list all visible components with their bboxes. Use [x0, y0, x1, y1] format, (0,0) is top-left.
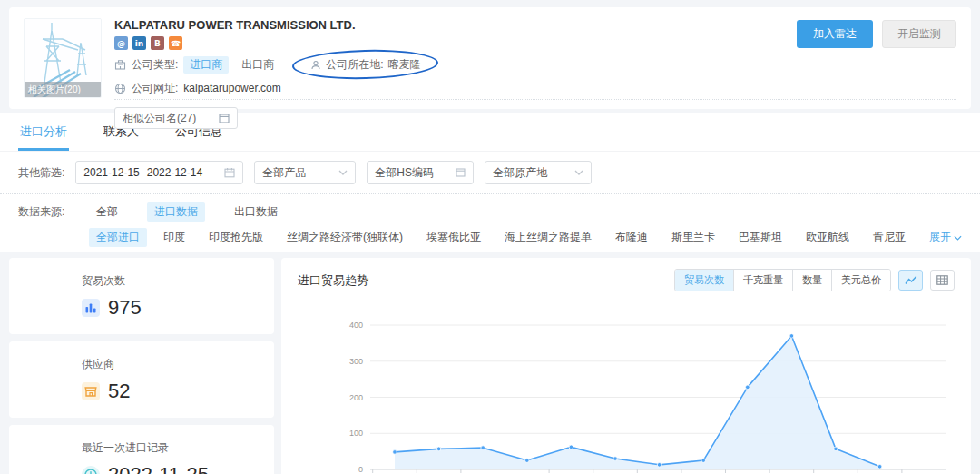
region-chips: 全部进口印度印度抢先版丝绸之路经济带(独联体)埃塞俄比亚海上丝绸之路提单布隆迪斯…: [89, 228, 929, 247]
origin-select[interactable]: 全部原产地: [485, 161, 592, 184]
company-type-label: 公司类型:: [132, 57, 178, 73]
svg-text:100: 100: [349, 429, 363, 438]
region-chip[interactable]: 斯里兰卡: [664, 228, 722, 247]
svg-text:400: 400: [349, 321, 363, 330]
bar-chart-icon: [82, 299, 100, 317]
date-start: 2021-12-15: [83, 166, 139, 179]
chevron-down-icon: [574, 170, 583, 175]
clock-icon: [82, 466, 100, 474]
metric-toggle[interactable]: 千克重量: [733, 270, 792, 291]
stat-card: 贸易次数975: [9, 258, 274, 334]
blog-icon[interactable]: B: [151, 36, 164, 50]
stat-label: 最近一次进口记录: [82, 440, 274, 456]
similar-companies-label: 相似公司名(27): [122, 111, 196, 126]
table-view-button[interactable]: [930, 270, 955, 291]
filters-row: 其他筛选: 2021-12-15 2022-12-14 全部产品 全部HS编码 …: [0, 152, 980, 192]
location-icon: [310, 59, 321, 70]
website-row: 公司网址: kalpatarupower.com: [114, 79, 956, 97]
data-source-option[interactable]: 全部: [89, 202, 125, 222]
window-icon: [456, 168, 466, 177]
data-source-label: 数据来源:: [18, 204, 89, 220]
date-end: 2022-12-14: [147, 166, 202, 179]
stat-value-row: 975: [82, 296, 274, 320]
product-select[interactable]: 全部产品: [254, 161, 356, 184]
shop-icon: [82, 382, 100, 400]
stat-value-row: 52: [82, 380, 274, 403]
similar-companies-select[interactable]: 相似公司名(27): [114, 107, 238, 129]
globe-icon: [114, 83, 126, 94]
svg-text:200: 200: [349, 393, 363, 402]
region-chip[interactable]: 埃塞俄比亚: [419, 228, 488, 247]
metric-toggle[interactable]: 数量: [792, 270, 831, 291]
region-chip[interactable]: 巴基斯坦: [731, 228, 789, 247]
stat-label: 贸易次数: [82, 273, 274, 289]
stat-value: 975: [108, 296, 142, 320]
trend-title: 进口贸易趋势: [298, 272, 368, 289]
tab[interactable]: 进口分析: [18, 113, 69, 151]
other-filter-label: 其他筛选:: [18, 165, 64, 181]
stat-card: 供应商52: [9, 341, 274, 418]
hs-code-value: 全部HS编码: [375, 165, 434, 181]
metric-toggle-group: 贸易次数千克重量数量美元总价: [674, 269, 891, 291]
region-chip[interactable]: 印度抢先版: [201, 228, 270, 247]
phone-icon[interactable]: ☎: [169, 36, 182, 50]
stat-value: 52: [108, 380, 130, 403]
building-icon: [114, 59, 126, 71]
metric-toggle[interactable]: 贸易次数: [675, 270, 733, 291]
data-source-row: 数据来源: 全部进口数据出口数据: [0, 194, 980, 222]
thumbnail-label: 相关图片(20): [24, 82, 101, 97]
company-thumbnail[interactable]: 相关图片(20): [24, 18, 102, 98]
location-value: 喀麦隆: [388, 57, 421, 73]
location-label: 公司所在地:: [326, 57, 383, 73]
stat-label: 供应商: [82, 357, 274, 372]
header-actions: 加入雷达 开启监测: [797, 20, 956, 48]
website-link[interactable]: kalpatarupower.com: [183, 82, 280, 94]
stat-value-row: 2022-11-25: [82, 463, 274, 474]
chevron-down-icon: [338, 170, 348, 175]
region-chip[interactable]: 丝绸之路经济带(独联体): [279, 228, 410, 247]
calendar-icon: [224, 167, 235, 178]
hs-code-select[interactable]: 全部HS编码: [367, 161, 474, 184]
line-chart-icon: [905, 275, 917, 285]
expand-label: 展开: [929, 230, 951, 245]
line-chart-view-button[interactable]: [898, 270, 923, 291]
join-radar-button[interactable]: 加入雷达: [797, 20, 873, 48]
data-source-option[interactable]: 进口数据: [147, 202, 205, 222]
importer-tag[interactable]: 进口商: [183, 56, 229, 74]
trend-controls: 贸易次数千克重量数量美元总价: [674, 269, 955, 291]
divider: [114, 99, 956, 100]
region-chip[interactable]: 欧亚航线: [799, 228, 857, 247]
data-source-option[interactable]: 出口数据: [227, 202, 285, 222]
data-source-options: 全部进口数据出口数据: [89, 202, 285, 222]
website-label: 公司网址:: [132, 81, 178, 96]
company-location: 公司所在地: 喀麦隆: [307, 57, 424, 73]
date-range-picker[interactable]: 2021-12-15 2022-12-14: [75, 161, 243, 184]
region-chip[interactable]: 印度: [156, 228, 192, 247]
region-chip[interactable]: 肯尼亚: [866, 228, 913, 247]
origin-select-value: 全部原产地: [493, 165, 547, 181]
stats-column: 贸易次数975供应商52最近一次进口记录2022-11-25: [9, 258, 274, 474]
linkedin-icon[interactable]: in: [132, 36, 146, 50]
svg-text:300: 300: [349, 357, 363, 366]
chevron-down-icon: [954, 235, 962, 241]
window-icon: [219, 114, 230, 123]
trend-card: 进口贸易趋势 贸易次数千克重量数量美元总价 01002003004002021-…: [281, 258, 971, 474]
stat-card: 最近一次进口记录2022-11-25: [9, 425, 274, 474]
region-chip[interactable]: 全部进口: [89, 228, 147, 247]
stat-value: 2022-11-25: [108, 463, 209, 474]
analysis-panel: 进口分析联系人公司信息 其他筛选: 2021-12-15 2022-12-14 …: [0, 113, 980, 252]
region-chip[interactable]: 博茨瓦纳: [922, 228, 929, 247]
region-row: 全部进口印度印度抢先版丝绸之路经济带(独联体)埃塞俄比亚海上丝绸之路提单布隆迪斯…: [0, 222, 980, 247]
start-monitor-button[interactable]: 开启监测: [882, 20, 956, 48]
at-icon[interactable]: @: [114, 36, 128, 50]
chart-area: 01002003004002021-122022-012022-022022-0…: [281, 301, 971, 474]
company-card: 相关图片(20) KALPATARU POWER TRANSMISSION LT…: [9, 7, 971, 109]
metric-toggle[interactable]: 美元总价: [831, 270, 890, 291]
trend-header: 进口贸易趋势 贸易次数千克重量数量美元总价: [281, 258, 971, 301]
product-select-value: 全部产品: [262, 165, 306, 181]
expand-link[interactable]: 展开: [929, 230, 962, 245]
region-chip[interactable]: 海上丝绸之路提单: [497, 228, 599, 247]
region-chip[interactable]: 布隆迪: [608, 228, 655, 247]
main-content: 贸易次数975供应商52最近一次进口记录2022-11-25 进口贸易趋势 贸易…: [9, 258, 971, 474]
exporter-tag[interactable]: 出口商: [241, 57, 274, 73]
